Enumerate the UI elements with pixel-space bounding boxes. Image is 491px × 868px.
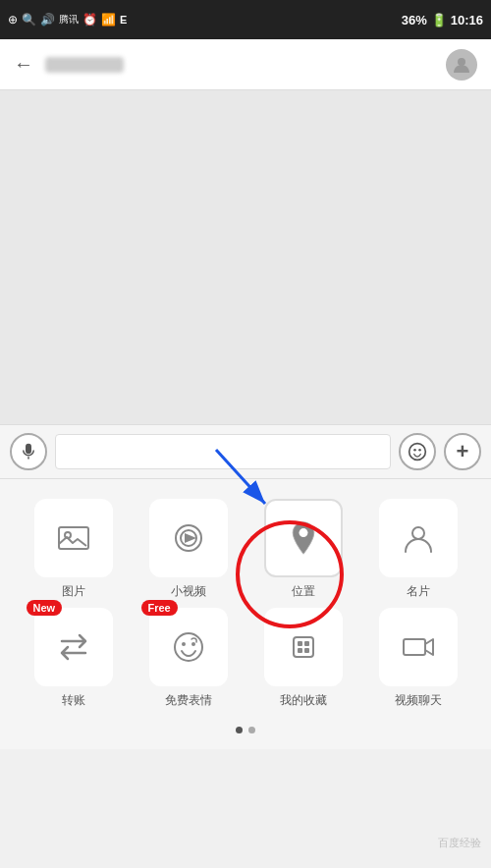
- svg-rect-6: [59, 527, 88, 549]
- svg-rect-17: [298, 641, 302, 646]
- collection-icon-box[interactable]: [264, 608, 343, 686]
- videochat-icon-box[interactable]: [379, 608, 458, 686]
- nav-title-area: [45, 57, 446, 73]
- svg-point-11: [299, 528, 307, 537]
- transfer-label: 转账: [62, 692, 85, 709]
- status-icon-sound: 🔊: [40, 13, 55, 27]
- status-icon-alarm: ⏰: [82, 13, 97, 27]
- panel-item-collection[interactable]: 我的收藏: [254, 608, 353, 709]
- minivideo-label: 小视频: [171, 583, 206, 600]
- svg-point-12: [412, 527, 424, 539]
- nav-title-blurred: [45, 57, 124, 73]
- minivideo-icon-box[interactable]: [149, 499, 228, 577]
- svg-point-14: [182, 642, 186, 646]
- panel-item-card[interactable]: 名片: [369, 499, 467, 600]
- card-label: 名片: [407, 583, 430, 600]
- status-icon-signal: 📶: [101, 13, 116, 27]
- svg-point-15: [191, 642, 195, 646]
- status-battery-icon: 🔋: [431, 13, 447, 27]
- svg-rect-16: [294, 637, 313, 657]
- watermark: 百度经验: [438, 836, 481, 850]
- free-badge: Free: [141, 600, 178, 616]
- panel-item-transfer[interactable]: New 转账: [25, 608, 123, 709]
- status-battery-percent: 36%: [402, 13, 427, 27]
- videochat-label: 视频聊天: [395, 692, 442, 709]
- input-bar: +: [0, 424, 491, 479]
- svg-rect-19: [298, 648, 302, 653]
- transfer-icon-box[interactable]: New: [34, 608, 113, 686]
- status-icon-search: 🔍: [22, 13, 36, 27]
- status-bar: ⊕ 🔍 🔊 腾讯 ⏰ 📶 E 36% 🔋 10:16: [0, 0, 491, 39]
- svg-point-1: [409, 444, 426, 461]
- svg-rect-20: [304, 648, 309, 653]
- status-icon-add: ⊕: [8, 13, 18, 27]
- status-time: 10:16: [451, 13, 483, 27]
- svg-point-3: [418, 449, 421, 452]
- svg-point-2: [413, 449, 416, 452]
- voice-button[interactable]: [10, 433, 47, 470]
- panel-item-minivideo[interactable]: 小视频: [139, 499, 238, 600]
- svg-rect-21: [404, 639, 425, 655]
- panel-item-videochat[interactable]: 视频聊天: [369, 608, 467, 709]
- svg-point-0: [458, 58, 465, 66]
- image-label: 图片: [62, 583, 85, 600]
- freeemoji-label: 免费表情: [165, 692, 212, 709]
- status-icon-e: E: [120, 14, 127, 26]
- plus-button[interactable]: +: [444, 433, 481, 470]
- image-icon-box[interactable]: [34, 499, 113, 577]
- location-icon-box[interactable]: [264, 499, 343, 577]
- svg-rect-18: [304, 641, 309, 646]
- chat-area: [0, 90, 491, 424]
- dot-1: [236, 727, 243, 733]
- status-left-icons: ⊕ 🔍 🔊 腾讯 ⏰ 📶 E: [8, 13, 127, 27]
- panel-dots: [16, 717, 475, 739]
- panel-item-location[interactable]: 位置: [254, 499, 353, 600]
- card-icon-box[interactable]: [379, 499, 458, 577]
- action-panel: 图片 小视频 位置: [0, 479, 491, 749]
- nav-avatar[interactable]: [446, 49, 477, 81]
- emoji-button[interactable]: [399, 433, 436, 470]
- freeemoji-icon-box[interactable]: Free: [149, 608, 228, 686]
- status-right: 36% 🔋 10:16: [402, 13, 483, 27]
- panel-item-freeemoji[interactable]: Free 免费表情: [139, 608, 238, 709]
- panel-row-1: 图片 小视频 位置: [16, 499, 475, 600]
- panel-row-2: New 转账 Free 免费表情: [16, 608, 475, 709]
- message-input[interactable]: [55, 434, 391, 469]
- back-button[interactable]: ←: [14, 53, 33, 76]
- status-icon-tencent: 腾讯: [59, 13, 79, 27]
- nav-bar: ←: [0, 39, 491, 90]
- location-label: 位置: [292, 583, 315, 600]
- panel-item-image[interactable]: 图片: [25, 499, 123, 600]
- new-badge: New: [27, 600, 63, 616]
- collection-label: 我的收藏: [280, 692, 327, 709]
- dot-2: [248, 727, 255, 733]
